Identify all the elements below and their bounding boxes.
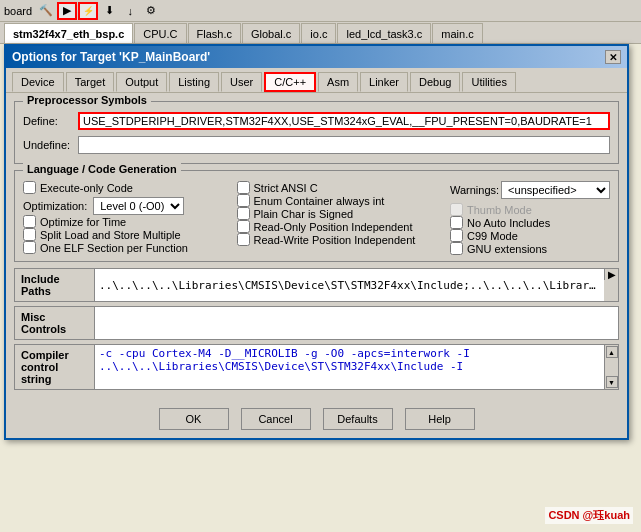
optimization-row: Optimization: Level 0 (-O0) Level 1 (-O1… [23, 197, 229, 215]
defaults-button[interactable]: Defaults [323, 408, 393, 430]
tab-cpu-label: CPU.C [143, 28, 177, 40]
settings-icon[interactable]: ⚙ [141, 2, 161, 20]
define-row: Define: [23, 112, 610, 130]
undefine-label: Undefine: [23, 139, 78, 151]
tab-asm[interactable]: Asm [318, 72, 358, 92]
one-elf-label: One ELF Section per Function [40, 242, 188, 254]
dialog-title: Options for Target 'KP_MainBoard' [12, 50, 210, 64]
warnings-select[interactable]: <unspecified> All Warnings No Warnings [501, 181, 610, 199]
build-icon[interactable]: 🔨 [36, 2, 56, 20]
misc-controls-section: MiscControls [14, 306, 619, 340]
tab-io[interactable]: io.c [301, 23, 336, 43]
tab-main-label: main.c [441, 28, 473, 40]
read-write-check[interactable] [237, 233, 250, 246]
tab-target[interactable]: Target [66, 72, 115, 92]
preprocessor-title: Preprocessor Symbols [23, 94, 151, 106]
include-paths-label: IncludePaths [15, 269, 95, 301]
tab-led[interactable]: led_lcd_task3.c [337, 23, 431, 43]
undefine-row: Undefine: [23, 136, 610, 154]
plain-char-label: Plain Char is Signed [254, 208, 354, 220]
optimization-select[interactable]: Level 0 (-O0) Level 1 (-O1) Level 2 (-O2… [93, 197, 184, 215]
tab-stm32[interactable]: stm32f4x7_eth_bsp.c [4, 23, 133, 43]
download-icon[interactable]: ⬇ [99, 2, 119, 20]
strict-ansi-row: Strict ANSI C [237, 181, 443, 194]
watermark: CSDN @珏kuah [545, 507, 633, 524]
gnu-extensions-label: GNU extensions [467, 243, 547, 255]
read-only-check[interactable] [237, 220, 250, 233]
plain-char-row: Plain Char is Signed [237, 207, 443, 220]
tab-cpu[interactable]: CPU.C [134, 23, 186, 43]
tab-io-label: io.c [310, 28, 327, 40]
compiler-scroll-down[interactable]: ▼ [606, 376, 618, 388]
ok-button[interactable]: OK [159, 408, 229, 430]
enum-container-row: Enum Container always int [237, 194, 443, 207]
tab-debug[interactable]: Debug [410, 72, 460, 92]
dialog-titlebar: Options for Target 'KP_MainBoard' ✕ [6, 46, 627, 68]
tab-flash-label: Flash.c [197, 28, 232, 40]
execute-only-row: Execute-only Code [23, 181, 229, 194]
toolbar-label: board [4, 5, 32, 17]
read-only-label: Read-Only Position Independent [254, 221, 413, 233]
c99-mode-label: C99 Mode [467, 230, 518, 242]
run-icon[interactable]: ▶ [57, 2, 77, 20]
lang-col1: Execute-only Code Optimization: Level 0 … [23, 181, 229, 255]
dialog-tabs: Device Target Output Listing User C/C++ … [6, 68, 627, 93]
strict-ansi-label: Strict ANSI C [254, 182, 318, 194]
lang-col2: Strict ANSI C Enum Container always int … [237, 181, 443, 255]
thumb-mode-label: Thumb Mode [467, 204, 532, 216]
close-button[interactable]: ✕ [605, 50, 621, 64]
tab-listing[interactable]: Listing [169, 72, 219, 92]
tab-led-label: led_lcd_task3.c [346, 28, 422, 40]
misc-controls-value[interactable] [95, 307, 618, 339]
tab-output[interactable]: Output [116, 72, 167, 92]
plain-char-check[interactable] [237, 207, 250, 220]
tab-utilities[interactable]: Utilities [462, 72, 515, 92]
one-elf-check[interactable] [23, 241, 36, 254]
include-paths-value: ..\..\..\..\Libraries\CMSIS\Device\ST\ST… [99, 279, 600, 292]
tab-flash[interactable]: Flash.c [188, 23, 241, 43]
file-tabs: stm32f4x7_eth_bsp.c CPU.C Flash.c Global… [0, 22, 641, 44]
tab-linker[interactable]: Linker [360, 72, 408, 92]
thumb-mode-check[interactable] [450, 203, 463, 216]
language-title: Language / Code Generation [23, 163, 181, 175]
cancel-button[interactable]: Cancel [241, 408, 311, 430]
split-load-row: Split Load and Store Multiple [23, 228, 229, 241]
dialog-buttons: OK Cancel Defaults Help [6, 402, 627, 438]
lang-col3: Warnings: <unspecified> All Warnings No … [450, 181, 610, 255]
no-auto-includes-check[interactable] [450, 216, 463, 229]
language-group: Language / Code Generation Execute-only … [14, 170, 619, 262]
define-label: Define: [23, 115, 78, 127]
c99-mode-row: C99 Mode [450, 229, 610, 242]
tab-device[interactable]: Device [12, 72, 64, 92]
no-auto-includes-row: No Auto Includes [450, 216, 610, 229]
warnings-label: Warnings: [450, 184, 499, 196]
c99-mode-check[interactable] [450, 229, 463, 242]
no-auto-includes-label: No Auto Includes [467, 217, 550, 229]
preprocessor-group: Preprocessor Symbols Define: Undefine: [14, 101, 619, 164]
optimize-time-check[interactable] [23, 215, 36, 228]
run2-icon[interactable]: ⚡ [78, 2, 98, 20]
split-load-check[interactable] [23, 228, 36, 241]
read-write-row: Read-Write Position Independent [237, 233, 443, 246]
define-input[interactable] [78, 112, 610, 130]
warnings-row: Warnings: <unspecified> All Warnings No … [450, 181, 610, 199]
optimization-label: Optimization: [23, 200, 87, 212]
tab-user[interactable]: User [221, 72, 262, 92]
gnu-extensions-check[interactable] [450, 242, 463, 255]
help-button[interactable]: Help [405, 408, 475, 430]
compiler-scroll-up[interactable]: ▲ [606, 346, 618, 358]
include-scroll-right[interactable]: ▶ [604, 269, 618, 280]
thumb-mode-row: Thumb Mode [450, 203, 610, 216]
tab-cpp[interactable]: C/C++ [264, 72, 316, 92]
execute-only-check[interactable] [23, 181, 36, 194]
tab-main[interactable]: main.c [432, 23, 482, 43]
strict-ansi-check[interactable] [237, 181, 250, 194]
enum-container-label: Enum Container always int [254, 195, 385, 207]
dialog-content: Preprocessor Symbols Define: Undefine: L… [6, 93, 627, 402]
download2-icon[interactable]: ↓ [120, 2, 140, 20]
toolbar: board 🔨 ▶ ⚡ ⬇ ↓ ⚙ [0, 0, 641, 22]
compiler-control-label: Compilercontrolstring [15, 345, 95, 389]
tab-global[interactable]: Global.c [242, 23, 300, 43]
undefine-input[interactable] [78, 136, 610, 154]
enum-container-check[interactable] [237, 194, 250, 207]
